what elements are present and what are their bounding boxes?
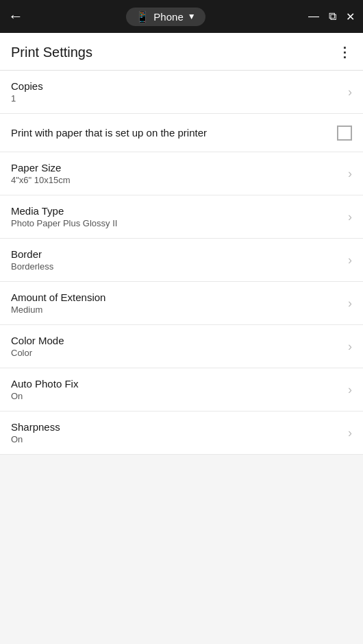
setting-label-copies: Copies <box>11 80 348 92</box>
setting-value-auto-photo-fix: On <box>11 391 348 401</box>
chevron-right-icon: › <box>348 383 352 397</box>
setting-item-auto-photo-fix-left: Auto Photo Fix On <box>11 378 348 401</box>
setting-value-amount-of-extension: Medium <box>11 305 348 315</box>
setting-label-auto-photo-fix: Auto Photo Fix <box>11 378 348 390</box>
setting-item-amount-of-extension[interactable]: Amount of Extension Medium › <box>0 282 363 325</box>
chevron-right-icon: › <box>348 339 352 354</box>
setting-label-media-type: Media Type <box>11 205 348 217</box>
setting-item-media-type-right: › <box>348 210 352 224</box>
setting-value-color-mode: Color <box>11 348 348 358</box>
setting-item-color-mode-right: › <box>348 339 352 354</box>
setting-value-border: Borderless <box>11 261 348 272</box>
phone-icon: 📱 <box>136 10 149 23</box>
top-bar-left: ← <box>8 8 23 25</box>
chevron-right-icon: › <box>348 253 352 267</box>
restore-icon[interactable]: ⧉ <box>329 10 336 23</box>
setting-item-border-left: Border Borderless <box>11 248 348 272</box>
window-controls: — ⧉ ✕ <box>308 10 355 23</box>
setting-label-paper-size: Paper Size <box>11 162 348 174</box>
device-selector[interactable]: 📱 Phone ▼ <box>126 8 205 26</box>
setting-label-color-mode: Color Mode <box>11 335 348 346</box>
minimize-icon[interactable]: — <box>308 10 319 23</box>
setting-item-print-with-paper[interactable]: Print with paper that is set up on the p… <box>0 114 363 152</box>
setting-item-color-mode-left: Color Mode Color <box>11 335 348 358</box>
top-bar: ← 📱 Phone ▼ — ⧉ ✕ <box>0 0 363 33</box>
settings-list: Copies 1 › Print with paper that is set … <box>0 71 363 455</box>
setting-item-media-type-left: Media Type Photo Paper Plus Glossy II <box>11 205 348 228</box>
setting-item-copies-left: Copies 1 <box>11 80 348 104</box>
setting-item-paper-size[interactable]: Paper Size 4"x6" 10x15cm › <box>0 152 363 195</box>
setting-item-paper-size-right: › <box>348 167 352 181</box>
setting-value-sharpness: On <box>11 434 348 444</box>
chevron-right-icon: › <box>348 296 352 311</box>
setting-label-border: Border <box>11 248 348 260</box>
page-title: Print Settings <box>11 45 92 60</box>
setting-value-media-type: Photo Paper Plus Glossy II <box>11 218 348 228</box>
setting-item-color-mode[interactable]: Color Mode Color › <box>0 325 363 368</box>
setting-item-border-right: › <box>348 253 352 267</box>
setting-item-copies-right: › <box>348 85 352 99</box>
setting-item-amount-of-extension-right: › <box>348 296 352 311</box>
setting-item-sharpness-right: › <box>348 426 352 440</box>
chevron-right-icon: › <box>348 210 352 224</box>
setting-item-media-type[interactable]: Media Type Photo Paper Plus Glossy II › <box>0 195 363 239</box>
chevron-right-icon: › <box>348 85 352 99</box>
back-icon[interactable]: ← <box>8 8 23 25</box>
setting-item-sharpness[interactable]: Sharpness On › <box>0 412 363 455</box>
setting-item-paper-size-left: Paper Size 4"x6" 10x15cm <box>11 162 348 185</box>
checkbox-print-with-paper[interactable] <box>337 126 352 141</box>
phone-label: Phone <box>153 11 183 23</box>
setting-item-sharpness-left: Sharpness On <box>11 421 348 444</box>
chevron-down-icon: ▼ <box>188 12 196 21</box>
setting-item-amount-of-extension-left: Amount of Extension Medium <box>11 291 348 315</box>
setting-item-auto-photo-fix-right: › <box>348 383 352 397</box>
page-header: Print Settings ⋮ <box>0 33 363 71</box>
setting-item-auto-photo-fix[interactable]: Auto Photo Fix On › <box>0 368 363 412</box>
chevron-right-icon: › <box>348 426 352 440</box>
setting-item-copies[interactable]: Copies 1 › <box>0 71 363 114</box>
close-icon[interactable]: ✕ <box>346 10 355 23</box>
setting-label-sharpness: Sharpness <box>11 421 348 433</box>
setting-item-border[interactable]: Border Borderless › <box>0 239 363 282</box>
chevron-right-icon: › <box>348 167 352 181</box>
setting-label-print-with-paper: Print with paper that is set up on the p… <box>11 127 337 139</box>
setting-label-amount-of-extension: Amount of Extension <box>11 291 348 303</box>
setting-value-copies: 1 <box>11 93 348 104</box>
setting-value-paper-size: 4"x6" 10x15cm <box>11 175 348 185</box>
more-options-icon[interactable]: ⋮ <box>338 44 352 60</box>
